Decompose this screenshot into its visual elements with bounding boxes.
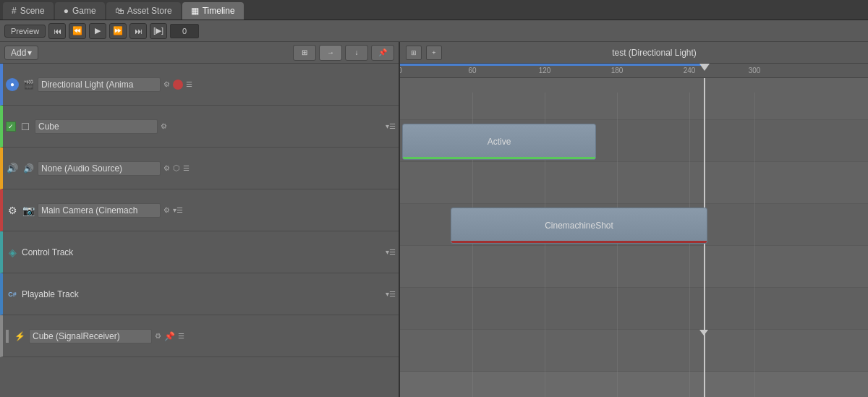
audio-lock-icon: ⬡: [173, 163, 180, 173]
cine-clip[interactable]: CinemachineShot: [451, 208, 707, 244]
tl-bg-row: [400, 330, 868, 372]
track-row: C# Playable Track ▾☰: [0, 273, 399, 315]
track-gear-icon[interactable]: ⚙: [161, 122, 167, 130]
add-button[interactable]: Add ▾: [4, 46, 38, 60]
camera-icon2: 📷: [22, 204, 35, 217]
playhead-marker[interactable]: [699, 64, 710, 71]
grid-line: [689, 93, 690, 397]
timeline-header: ⊞ + test (Directional Light): [400, 42, 868, 64]
pin-icon-btn[interactable]: 📌: [371, 45, 394, 61]
cine-clip-label: CinemachineShot: [545, 221, 613, 231]
track-checkbox[interactable]: ✓: [6, 121, 16, 132]
preview-label: Preview: [4, 25, 46, 38]
ruler-track: 0 60 120 180 240 300: [400, 64, 868, 77]
audio-icon: 🔊: [22, 162, 35, 175]
directional-light-name-input[interactable]: [38, 77, 161, 92]
directional-light-icon: 🎬: [22, 78, 35, 91]
left-panel: Add ▾ ⊞ → ↓ 📌 ● 🎬 ⚙ ☰ ✓ □: [0, 42, 400, 397]
track-row: ✓ □ ⚙ ▾☰: [0, 106, 399, 148]
track-menu-button[interactable]: ▾☰: [386, 290, 396, 298]
cube-name-input[interactable]: [35, 119, 158, 134]
skip-start-button[interactable]: ⏮: [48, 23, 66, 39]
track-record-button[interactable]: [173, 80, 183, 90]
ruler-label-120: 120: [539, 67, 551, 74]
cine-clip-bar: [451, 241, 707, 243]
ruler-label-240: 240: [684, 67, 696, 74]
track-menu-button[interactable]: ☰: [178, 332, 184, 340]
grid-line: [617, 93, 618, 397]
hash-icon: #: [12, 6, 17, 16]
grid-line: [754, 93, 755, 397]
track-active-indicator: ●: [6, 78, 19, 91]
tl-bg-row: [400, 246, 868, 288]
track-gear-icon[interactable]: ⚙: [163, 80, 170, 88]
next-frame-button[interactable]: ⏩: [109, 23, 127, 39]
csharp-icon: C#: [6, 288, 19, 301]
timeline-icon: ▦: [191, 6, 199, 16]
move-icon-btn[interactable]: →: [319, 45, 342, 61]
track-row: 🔊 🔊 ⚙ ⬡ ☰: [0, 148, 399, 189]
right-panel: ⊞ + test (Directional Light) 0 60 120 18…: [400, 42, 868, 397]
download-icon-btn[interactable]: ↓: [345, 45, 368, 61]
game-icon: ●: [64, 6, 69, 16]
tab-timeline[interactable]: ▦ Timeline: [182, 2, 244, 20]
tl-bg-row: [400, 288, 868, 330]
tl-bg-row: [400, 162, 868, 204]
signal-name-input[interactable]: [29, 329, 152, 343]
ruler-label-300: 300: [749, 67, 761, 74]
track-row: ● 🎬 ⚙ ☰: [0, 64, 399, 106]
camera-icon: ⚙: [6, 204, 19, 217]
skip-end-button[interactable]: ⏭: [129, 23, 147, 39]
audio-mute-icon[interactable]: 🔊: [6, 162, 19, 175]
ruler-label-0: 0: [400, 67, 402, 74]
track-menu-button[interactable]: ▾☰: [386, 122, 396, 130]
add-toolbar: Add ▾ ⊞ → ↓ 📌: [0, 42, 399, 64]
asset-icon: 🛍: [115, 6, 124, 16]
track-row: ⚙ 📷 ⚙ ▾☰: [0, 189, 399, 231]
signal-bar: [6, 330, 9, 343]
tab-bar: # Scene ● Game 🛍 Asset Store ▦ Timeline: [0, 0, 868, 20]
lock-icon-btn[interactable]: ⊞: [293, 45, 316, 61]
active-clip-bar: [403, 157, 595, 159]
track-gear-icon[interactable]: ⚙: [155, 332, 161, 340]
ruler-label-60: 60: [468, 67, 476, 74]
loop-button[interactable]: [▶]: [150, 23, 167, 39]
prev-frame-button[interactable]: ⏪: [69, 23, 86, 39]
tl-split-btn[interactable]: ⊞: [406, 46, 422, 60]
track-menu-button[interactable]: ☰: [186, 80, 192, 88]
control-track-label: Control Track: [22, 247, 73, 257]
signal-icon: ⚡: [13, 330, 26, 343]
track-menu-button[interactable]: ▾☰: [386, 248, 396, 256]
play-button[interactable]: ▶: [89, 23, 106, 39]
playhead-bottom-marker: [699, 330, 708, 336]
time-field[interactable]: 0: [170, 24, 199, 38]
main-area: Add ▾ ⊞ → ↓ 📌 ● 🎬 ⚙ ☰ ✓ □: [0, 42, 868, 397]
tab-game[interactable]: ● Game: [55, 2, 105, 20]
tracks-list: ● 🎬 ⚙ ☰ ✓ □ ⚙ ▾☰ 🔊 🔊 ⚙ ⬡: [0, 64, 399, 397]
control-icon: ◈: [6, 246, 19, 259]
tab-asset-store[interactable]: 🛍 Asset Store: [106, 2, 181, 20]
track-menu-button[interactable]: ▾☰: [173, 206, 183, 214]
active-clip-label: Active: [488, 137, 511, 147]
ruler-label-180: 180: [611, 67, 624, 74]
tab-scene[interactable]: # Scene: [3, 2, 54, 20]
camera-name-input[interactable]: [38, 203, 161, 218]
pin-icon: 📌: [164, 331, 175, 341]
track-row: ⚡ ⚙ 📌 ☰: [0, 315, 399, 357]
timeline-ruler: 0 60 120 180 240 300: [400, 64, 868, 78]
track-gear-icon[interactable]: ⚙: [163, 164, 170, 172]
cube-icon: □: [19, 120, 32, 133]
track-menu-button[interactable]: ☰: [183, 164, 190, 172]
track-gear-icon[interactable]: ⚙: [163, 206, 170, 214]
timeline-content[interactable]: Active CinemachineShot: [400, 78, 868, 397]
audio-name-input[interactable]: [38, 161, 161, 176]
tl-bg-row: [400, 78, 868, 120]
tl-settings-btn[interactable]: +: [426, 46, 442, 60]
track-row: ◈ Control Track ▾☰: [0, 231, 399, 273]
timeline-title: test (Directional Light): [446, 48, 862, 58]
playable-track-label: Playable Track: [22, 289, 79, 299]
active-clip[interactable]: Active: [402, 124, 596, 160]
